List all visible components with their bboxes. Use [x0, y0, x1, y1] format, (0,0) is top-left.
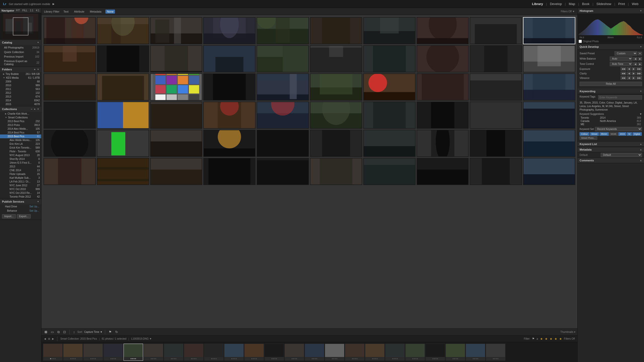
film-thumb[interactable] [325, 344, 344, 361]
coll-la-feb[interactable]: LA Feb 2011 / Di... 13 [0, 180, 41, 184]
vibrance-dec-big[interactable]: ◀◀ [621, 76, 626, 80]
coll-nyc-aug-2013[interactable]: NYC August 2013 20 [0, 153, 41, 157]
coll-cne-2014[interactable]: CNE 2014 13 [0, 168, 41, 172]
nav-print[interactable]: Print [616, 1, 627, 7]
view-loupe-btn[interactable]: ▭ [50, 330, 55, 334]
exp-dec[interactable]: ◀ [627, 67, 631, 71]
photo-thumb[interactable] [97, 73, 149, 101]
folder-2012[interactable]: 2012 132 [0, 91, 41, 95]
clarity-dec[interactable]: ◀ [627, 72, 631, 75]
photo-thumb[interactable] [470, 17, 522, 44]
catalog-quick-collection[interactable]: Quick Collection 34 [0, 50, 41, 54]
zoom-1-1[interactable]: 1:1 [29, 9, 34, 12]
photo-thumb[interactable] [97, 45, 149, 72]
kw-suggestion-row[interactable]: Canada North America 813 [580, 119, 642, 123]
clarity-inc-big[interactable]: ▶▶ [636, 72, 642, 75]
coll-14mm[interactable]: 14mm f2.5 First S... 0 [0, 161, 41, 165]
photo-thumb[interactable] [417, 17, 469, 44]
kw-tag-2015[interactable]: 2015 [618, 132, 626, 136]
star-2[interactable]: ★ [545, 337, 548, 341]
rotate-icon[interactable]: ↻ [114, 330, 119, 334]
photo-thumb[interactable] [523, 45, 575, 72]
photo-thumb[interactable] [363, 158, 416, 185]
kw-suggestions-arrow[interactable]: ▼ [639, 113, 642, 115]
tone-right-btn[interactable]: ▶ [638, 62, 642, 66]
photo-thumb[interactable] [363, 17, 416, 44]
publish-services-header[interactable]: Publish Services ▼ [0, 199, 41, 204]
photo-thumb[interactable] [310, 45, 362, 72]
photo-thumb[interactable] [417, 158, 469, 185]
photo-thumb[interactable] [203, 130, 256, 157]
wb-left-btn[interactable]: ◀ [633, 57, 637, 61]
coll-toronto-pride[interactable]: Toronto Pride 2012 42 [0, 195, 41, 199]
photo-thumb[interactable] [417, 73, 469, 101]
folder-2014[interactable]: 2014 8342 [0, 99, 41, 102]
kw-set-select[interactable]: Recent Keywords [595, 127, 642, 131]
photo-thumb[interactable] [417, 102, 469, 129]
coll-nyc-oct-2010[interactable]: NYC Oct 2010 999 [0, 187, 41, 191]
publish-hd-setup[interactable]: Set Up... [29, 205, 39, 208]
film-thumb[interactable] [184, 344, 204, 361]
film-thumb[interactable] [466, 344, 485, 361]
film-thumb[interactable] [244, 344, 264, 361]
film-thumb[interactable] [486, 344, 505, 361]
kw-suggestion-row[interactable]: Toronto 2014 389 [580, 116, 642, 119]
publish-hard-drive[interactable]: Hard Drive Set Up... [0, 204, 41, 209]
kw-tag-m246[interactable]: M246 [609, 132, 618, 136]
photo-thumb[interactable] [523, 73, 575, 101]
get-started-text[interactable]: Get started with Lightroom mobile [9, 3, 50, 6]
photo-thumb-selected[interactable] [523, 17, 575, 44]
film-thumb[interactable] [305, 344, 324, 361]
comments-header[interactable]: Comments ▲ [578, 158, 644, 163]
clarity-inc[interactable]: ▶ [632, 72, 636, 75]
film-thumb-active[interactable] [124, 344, 143, 361]
collections-plus[interactable]: + [34, 108, 35, 111]
photo-thumb[interactable] [470, 102, 522, 129]
photo-thumb[interactable] [44, 45, 96, 72]
photo-thumb[interactable] [150, 158, 203, 185]
collections-header[interactable]: Collections − + ▼ [0, 106, 41, 112]
coll-2013-best[interactable]: 2013 Best Pics 232 [0, 119, 41, 123]
coll-shot-by-2014[interactable]: Shot By 2014 0 [0, 157, 41, 161]
tone-select[interactable]: Auto Tone [610, 62, 632, 66]
photo-thumb[interactable] [417, 130, 469, 157]
exp-inc-big[interactable]: ▶▶ [636, 67, 642, 71]
nav-web[interactable]: Web [629, 1, 641, 7]
preset-arrow-btn[interactable]: ▼ [638, 52, 642, 55]
meta-preset-select[interactable]: Default [601, 153, 642, 157]
photo-thumb[interactable] [363, 130, 416, 157]
photo-thumb[interactable] [257, 158, 309, 185]
photo-thumb[interactable] [150, 45, 203, 72]
catalog-prev-export[interactable]: Previous Export as Catalog 22 [0, 59, 41, 66]
coll-eric-kim-la[interactable]: Eric Kim LA 223 [0, 142, 41, 146]
star-4[interactable]: ★ [554, 337, 557, 341]
coll-2014-alex[interactable]: 2014 Alex Webb... 105 [0, 127, 41, 131]
photo-thumb[interactable] [203, 102, 256, 129]
folder-2015[interactable]: 2015 4078 [0, 102, 41, 106]
photo-thumb[interactable] [150, 73, 203, 101]
coll-alex-webb[interactable]: Alex Webb Works... 105 [0, 138, 41, 142]
film-thumb[interactable] [264, 344, 284, 361]
kw-tag-street-photo[interactable]: Street Photo... [580, 136, 597, 140]
photo-thumb[interactable] [203, 17, 256, 44]
film-thumb[interactable] [144, 344, 163, 361]
filter-attribute-btn[interactable]: Attribute [72, 10, 86, 14]
photo-thumb[interactable] [310, 130, 362, 157]
keyword-list-header[interactable]: Keyword List ▲ [578, 141, 644, 147]
photo-thumb[interactable] [44, 17, 96, 44]
nav-map[interactable]: Map [566, 1, 578, 7]
export-button[interactable]: Export... [17, 214, 31, 218]
photo-thumb[interactable] [203, 158, 256, 185]
view-survey-btn[interactable]: ⊡ [62, 330, 67, 334]
original-photo-checkbox[interactable] [579, 40, 582, 43]
film-thumb[interactable] [446, 344, 465, 361]
film-thumb[interactable] [224, 344, 244, 361]
kw-suggestion-row[interactable]: ME 382 [580, 123, 642, 126]
mobile-arrow[interactable]: ▶ [53, 3, 55, 5]
photo-thumb[interactable] [97, 158, 149, 185]
view-compare-btn[interactable]: ⧉ [56, 330, 61, 335]
sort-value[interactable]: Capture Time ▼ [84, 331, 103, 333]
film-thumb[interactable] [103, 344, 123, 361]
coll-smart-collections[interactable]: ▼ Smart Collections [0, 116, 41, 119]
photo-thumb[interactable] [470, 158, 522, 185]
